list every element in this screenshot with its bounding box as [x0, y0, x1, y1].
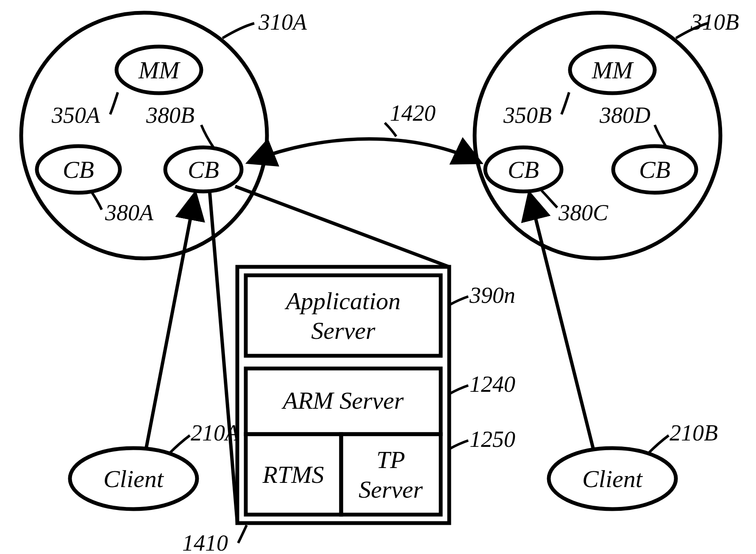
- svg-line-10: [146, 195, 195, 448]
- client-b: Client 210B: [530, 195, 718, 509]
- cluster-b-mm-text: MM: [592, 56, 634, 84]
- client-b-ref: 210B: [670, 420, 718, 446]
- cluster-a-cb-380b-ref: 380B: [146, 102, 195, 128]
- cluster-a-mm-ref: 350A: [51, 102, 100, 128]
- client-a-ref: 210A: [191, 420, 239, 446]
- cluster-a-ref: 310A: [258, 9, 307, 35]
- stack-rtms-text: RTMS: [262, 461, 324, 488]
- svg-line-3: [235, 186, 449, 267]
- cluster-a-cb-380a-text: CB: [63, 156, 94, 183]
- cluster-a-mm-text: MM: [138, 56, 181, 84]
- cluster-b: 310B MM 350B CB 380C CB 380D: [475, 9, 739, 258]
- stack-ref: 1410: [182, 530, 228, 554]
- stack-app-line2: Server: [311, 317, 375, 344]
- stack-tp-line2: Server: [359, 476, 423, 503]
- stack-box: Application Server 390n ARM Server 1240 …: [182, 267, 515, 554]
- cluster-b-cb-380d-ref: 380D: [599, 102, 650, 128]
- client-a-text: Client: [103, 465, 164, 493]
- cluster-b-mm-ref: 350B: [503, 102, 552, 128]
- cluster-b-ref: 310B: [690, 9, 739, 35]
- cluster-b-cb-380c-ref: 380C: [558, 200, 609, 225]
- diagram-canvas: 310A MM 350A CB 380A CB 380B 310B MM 350…: [0, 0, 756, 554]
- stack-app-ref: 390n: [469, 283, 515, 308]
- cluster-a: 310A MM 350A CB 380A CB 380B: [21, 9, 307, 258]
- cluster-b-cb-380d-text: CB: [639, 156, 670, 183]
- svg-line-12: [530, 195, 593, 449]
- stack-tp-ref: 1250: [470, 427, 515, 452]
- cluster-a-cb-380a-ref: 380A: [105, 200, 154, 225]
- stack-app-line1: Application: [284, 287, 401, 315]
- stack-arm-ref: 1240: [470, 371, 515, 397]
- link-ref: 1420: [390, 100, 436, 126]
- stack-arm-text: ARM Server: [281, 387, 403, 414]
- client-b-text: Client: [582, 465, 643, 493]
- cluster-b-cb-380c-text: CB: [508, 156, 539, 183]
- cluster-a-cb-380b-text: CB: [188, 156, 219, 183]
- link-380b-380c: 1420: [250, 100, 479, 162]
- stack-tp-line1: TP: [376, 446, 405, 474]
- svg-line-2: [210, 193, 237, 523]
